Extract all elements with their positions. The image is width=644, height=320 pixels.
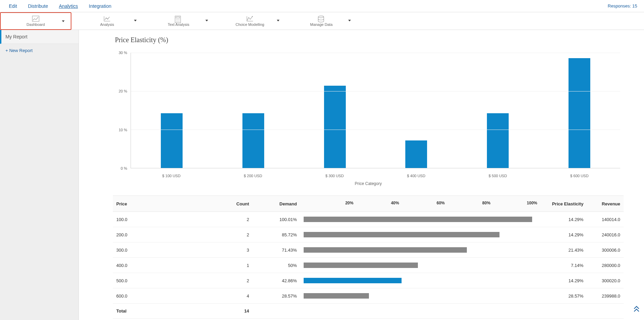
chart-bar-slot — [294, 53, 376, 168]
cell-elasticity: 14.29% — [536, 212, 587, 227]
nav-analytics[interactable]: Analytics — [53, 0, 83, 12]
responses-count[interactable]: Responses: 15 — [608, 3, 641, 9]
calculator-icon — [175, 16, 182, 22]
chart-bar[interactable] — [487, 113, 509, 168]
chart-bar[interactable] — [405, 140, 427, 168]
grid-line — [131, 91, 620, 91]
x-tick-label: $ 600 USD — [539, 174, 620, 178]
x-tick-label: $ 400 USD — [375, 174, 457, 178]
cell-elasticity: 21.43% — [536, 242, 587, 258]
th-demand[interactable]: Demand — [253, 196, 300, 212]
chart-model-icon — [246, 16, 254, 22]
data-table: Price Count Demand 20%40%60%80%100% Pric… — [113, 196, 624, 319]
demand-bar-fill — [304, 232, 499, 237]
toolbar: Dashboard Analysis Text Analysis Choice … — [0, 12, 644, 30]
cell-price: 400.0 — [113, 258, 205, 273]
th-price[interactable]: Price — [113, 196, 205, 212]
bar-header-tick: 40% — [391, 201, 399, 205]
y-tick-label: 20 % — [119, 89, 127, 93]
demand-bar-fill — [304, 278, 402, 283]
sidebar-item-my-report[interactable]: My Report — [0, 30, 79, 44]
cell-elasticity: 14.29% — [536, 227, 587, 242]
svg-point-7 — [179, 19, 180, 20]
toolbar-dashboard[interactable]: Dashboard — [0, 12, 71, 30]
cell-empty — [536, 304, 587, 319]
nav-integration[interactable]: Integration — [83, 0, 117, 12]
chart-bar-slot — [375, 53, 457, 168]
cell-elasticity: 14.29% — [536, 273, 587, 288]
table-row[interactable]: 400.0150%7.14%280000.0 — [113, 258, 624, 273]
chevron-down-icon — [134, 20, 137, 21]
toolbar-label: Choice Modelling — [236, 22, 264, 27]
table-row[interactable]: 500.0242.86%14.29%300020.0 — [113, 273, 624, 288]
toolbar-text-analysis[interactable]: Text Analysis — [143, 12, 214, 30]
toolbar-choice-modelling[interactable]: Choice Modelling — [214, 12, 286, 30]
grid-line — [131, 53, 620, 53]
cell-total-count: 14 — [205, 304, 252, 319]
chart-x-axis-title: Price Category — [113, 181, 624, 186]
chart-bar[interactable] — [324, 86, 346, 168]
chart-bar-slot — [539, 53, 620, 168]
cell-demand: 42.86% — [253, 273, 300, 288]
svg-rect-4 — [176, 17, 180, 18]
cell-revenue: 240016.0 — [587, 227, 624, 242]
svg-point-2 — [107, 18, 108, 19]
toolbar-analysis[interactable]: Analysis — [71, 12, 143, 30]
sidebar-item-new-report[interactable]: + New Report — [0, 44, 79, 57]
chart-area: 0 %10 %20 %30 % $ 100 USD$ 200 USD$ 300 … — [113, 46, 624, 189]
svg-point-9 — [177, 21, 178, 21]
table-row[interactable]: 600.0428.57%28.57%239988.0 — [113, 288, 624, 304]
cell-demand: 100.01% — [253, 212, 300, 227]
toolbar-label: Analysis — [100, 22, 114, 27]
cell-price: 300.0 — [113, 242, 205, 258]
cell-empty — [300, 304, 536, 319]
toolbar-manage-data[interactable]: Manage Data — [286, 12, 357, 30]
demand-bar-fill — [304, 247, 467, 253]
top-nav: Edit Distribute Analytics Integration Re… — [0, 0, 644, 12]
chevron-down-icon — [277, 20, 279, 21]
cell-demand-bar — [300, 258, 536, 273]
cell-demand: 50% — [253, 258, 300, 273]
y-tick-label: 10 % — [119, 128, 127, 132]
cell-revenue: 140014.0 — [587, 212, 624, 227]
chart-bar[interactable] — [569, 58, 590, 168]
scroll-to-top-button[interactable] — [633, 306, 640, 313]
svg-point-8 — [176, 21, 177, 21]
cell-count: 1 — [205, 258, 252, 273]
cell-count: 2 — [205, 273, 252, 288]
table-row[interactable]: 200.0285.72%14.29%240016.0 — [113, 227, 624, 242]
demand-bar-fill — [304, 263, 418, 268]
cell-price: 100.0 — [113, 212, 205, 227]
cell-demand: 71.43% — [253, 242, 300, 258]
cell-count: 2 — [205, 227, 252, 242]
chart-title: Price Elasticity (%) — [115, 36, 624, 44]
th-count[interactable]: Count — [205, 196, 252, 212]
svg-point-10 — [179, 21, 180, 21]
cell-demand-bar — [300, 273, 536, 288]
nav-distribute[interactable]: Distribute — [22, 0, 53, 12]
table-row[interactable]: 300.0371.43%21.43%300006.0 — [113, 242, 624, 258]
cell-demand-bar — [300, 288, 536, 304]
nav-edit[interactable]: Edit — [3, 0, 22, 12]
cell-count: 4 — [205, 288, 252, 304]
chevron-down-icon — [348, 20, 351, 21]
toolbar-label: Dashboard — [27, 22, 45, 27]
svg-point-11 — [252, 16, 253, 17]
chart-line-icon — [32, 16, 39, 22]
svg-point-12 — [318, 16, 324, 17]
cell-demand-bar — [300, 242, 536, 258]
cell-demand: 85.72% — [253, 227, 300, 242]
demand-bar-fill — [304, 293, 369, 299]
grid-line — [131, 130, 620, 130]
th-revenue[interactable]: Revenue — [587, 196, 624, 212]
double-chevron-up-icon — [633, 306, 640, 313]
chart-bar[interactable] — [161, 113, 183, 168]
demand-bar-fill — [304, 217, 532, 222]
chart-bar[interactable] — [242, 113, 264, 168]
cell-empty — [587, 304, 624, 319]
th-elasticity[interactable]: Price Elasticity — [536, 196, 587, 212]
svg-rect-0 — [32, 16, 39, 21]
cell-revenue: 300020.0 — [587, 273, 624, 288]
cell-demand: 28.57% — [253, 288, 300, 304]
table-row[interactable]: 100.02100.01%14.29%140014.0 — [113, 212, 624, 227]
